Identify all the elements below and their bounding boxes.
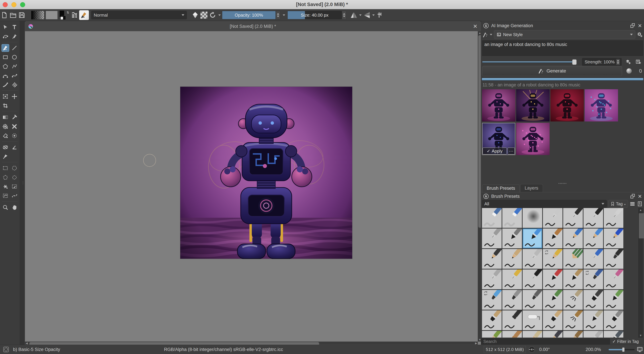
dynamic-brush-tool[interactable] (2, 81, 9, 89)
fill-tool[interactable] (2, 132, 9, 140)
filter-in-tag-checkbox[interactable]: ✓ Filter in Tag (612, 339, 639, 344)
measure-tool[interactable] (10, 143, 18, 151)
assistants-tool[interactable] (2, 143, 9, 151)
lock-icon[interactable] (483, 23, 489, 29)
view-mode-icon[interactable] (637, 201, 643, 207)
freehand-brush-tool[interactable] (2, 44, 9, 52)
brush-preset-flat-41[interactable] (604, 310, 623, 330)
vertical-mirror-button[interactable] (363, 11, 371, 20)
brush-preset-flat-38[interactable] (543, 310, 562, 330)
robot-result-5[interactable]: ✓Apply··· (482, 123, 515, 155)
ellipse-select-tool[interactable] (10, 164, 18, 172)
menu-icon[interactable] (630, 201, 635, 207)
add-text-icon[interactable] (636, 59, 641, 65)
subwindow-close-icon[interactable]: ✕ (473, 23, 478, 30)
zoom-percent-value[interactable]: 200.0% (586, 347, 601, 352)
magnetic-select-tool[interactable] (10, 192, 18, 200)
gradient-chooser[interactable] (31, 11, 44, 20)
brush-preset-pencil-17[interactable] (543, 249, 562, 269)
strength-spinbox[interactable]: Strength: 100% (582, 58, 622, 66)
brush-preset-pen-21[interactable] (482, 269, 502, 289)
prompt-textarea[interactable]: an image of a robot dancing to 80s music (482, 41, 643, 56)
bezier-select-tool[interactable] (2, 192, 9, 200)
brush-preset-marker-30[interactable] (522, 290, 542, 310)
brush-preset-pen-7[interactable] (482, 228, 502, 248)
tag-button[interactable]: Tag (608, 200, 628, 208)
transform-tool[interactable] (2, 93, 9, 100)
brush-scroll-thumb[interactable] (639, 213, 644, 238)
select-shapes-tool[interactable] (2, 23, 9, 31)
brush-preset-multi-18[interactable] (563, 249, 583, 269)
tab-brush-presets[interactable]: Brush Presets (482, 184, 520, 192)
multibrush-tool[interactable] (10, 81, 18, 89)
smart-patch-tool[interactable] (10, 123, 18, 130)
crop-tool[interactable] (2, 102, 9, 110)
foreground-background-colors[interactable]: ⇅ (59, 11, 69, 20)
brush-preset-pen-4[interactable] (563, 208, 583, 228)
float-docker-icon[interactable] (630, 193, 636, 199)
chevron-down-icon[interactable] (490, 34, 492, 36)
brush-preset-fan-39[interactable] (563, 310, 583, 330)
colorspace-info[interactable]: RGB/Alpha (8-bit integer/channel) sRGB-e… (164, 347, 283, 352)
horizontal-mirror-button[interactable] (350, 11, 358, 20)
brush-preset-brush-8[interactable] (502, 228, 522, 248)
brush-preset-brush-34[interactable] (604, 290, 623, 310)
chevron-down-icon[interactable] (218, 15, 221, 16)
brush-preset-pencil-11[interactable] (563, 228, 583, 248)
rect-select-tool[interactable] (2, 164, 9, 172)
canvas-rotation-icon[interactable] (528, 346, 535, 353)
add-layer-icon[interactable] (626, 59, 631, 65)
robot-result-3[interactable] (550, 89, 584, 122)
zoom-slider-knob[interactable] (622, 347, 624, 352)
zoom-slider[interactable] (608, 349, 634, 350)
opacity-spinner[interactable] (276, 11, 280, 19)
open-document-button[interactable] (10, 11, 17, 20)
scroll-up-icon[interactable]: ▲ (639, 209, 642, 212)
gradient-tool[interactable] (2, 113, 9, 121)
tag-filter-combobox[interactable]: All (482, 200, 607, 208)
strength-slider-handle[interactable] (572, 59, 576, 65)
brush-preset-pen-5[interactable] (584, 208, 603, 228)
vertical-scroll-thumb[interactable] (478, 35, 481, 228)
opacity-slider[interactable]: Opacity: 100% (222, 11, 276, 19)
brush-preset-brush-25[interactable] (563, 269, 583, 289)
brush-preset-chalk-43[interactable] (502, 331, 522, 337)
zoom-tool[interactable] (2, 203, 9, 211)
horizontal-scroll-thumb[interactable] (29, 342, 319, 345)
blending-mode-combobox[interactable]: Normal (91, 11, 187, 19)
brush-preset-pencil-13[interactable] (604, 228, 623, 248)
brush-preset-pen-23[interactable] (522, 269, 542, 289)
bezier-curve-tool[interactable] (2, 72, 9, 80)
polygon-tool[interactable] (2, 63, 9, 70)
scroll-left-icon[interactable]: ◀ (26, 342, 28, 345)
brush-preset-flat-33[interactable] (584, 290, 603, 310)
brush-preset-brush-9[interactable] (522, 228, 542, 248)
scroll-down-icon[interactable]: ▼ (639, 334, 642, 337)
save-button[interactable] (18, 11, 26, 20)
brush-docker-header[interactable]: Brush Presets ✕ (481, 193, 644, 200)
brush-preset-brush-24[interactable] (543, 269, 562, 289)
canvas-horizontal-scrollbar[interactable]: ◀ ▶ (25, 341, 478, 344)
brush-preset-pen-47[interactable] (584, 331, 603, 337)
brush-preset-brush-10[interactable] (543, 228, 562, 248)
lock-icon[interactable] (483, 193, 489, 199)
close-docker-icon[interactable]: ✕ (638, 23, 642, 29)
brush-preset-pen-16[interactable] (522, 249, 542, 269)
canvas[interactable] (25, 31, 478, 341)
pattern-chooser[interactable] (46, 11, 58, 20)
brush-preset-pencil-42[interactable] (482, 331, 502, 337)
ellipse-tool[interactable] (10, 53, 18, 61)
ai-docker-header[interactable]: AI Image Generation ✕ (481, 22, 644, 30)
apply-button[interactable]: ✓Apply (482, 147, 507, 155)
brush-preset-pen-3[interactable] (543, 208, 562, 228)
brush-preset-marker-20[interactable] (604, 249, 623, 269)
strength-slider[interactable] (482, 61, 576, 63)
generate-button[interactable]: Generate (482, 66, 622, 76)
wraparound-mode-button[interactable] (376, 11, 384, 20)
colorize-mask-tool[interactable] (2, 123, 9, 130)
rotation-angle-value[interactable]: 0.00° (539, 347, 550, 352)
brush-preset-pen-27[interactable] (604, 269, 623, 289)
brush-preset-pencil-12[interactable] (584, 228, 603, 248)
move-tool[interactable] (10, 93, 18, 100)
brush-preset-chooser[interactable] (79, 11, 89, 20)
